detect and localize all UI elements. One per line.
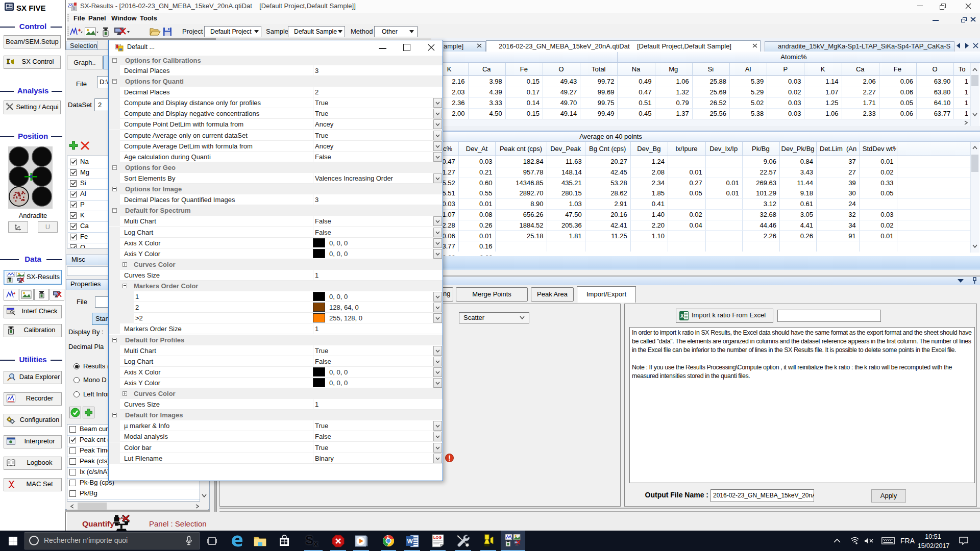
svg-text:W: W: [407, 538, 413, 545]
svg-text:X: X: [680, 313, 684, 319]
svg-text:LOG: LOG: [433, 535, 442, 540]
